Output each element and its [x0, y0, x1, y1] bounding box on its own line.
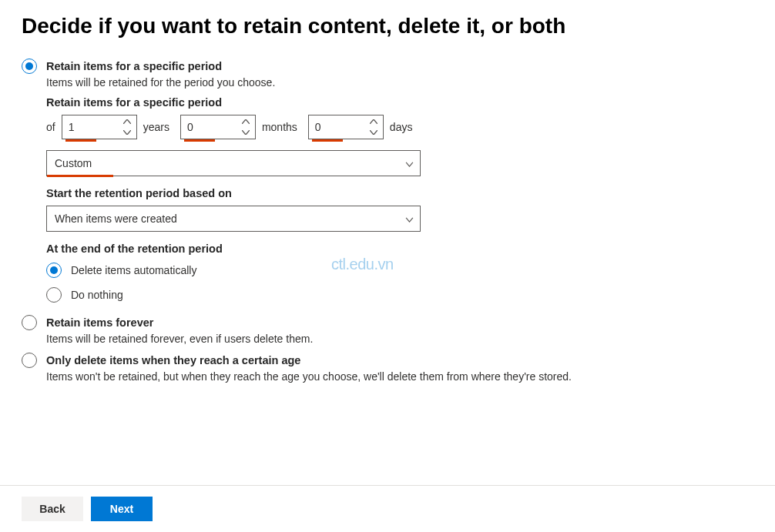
radio-do-nothing[interactable] [46, 287, 62, 303]
option-retain-forever[interactable]: Retain items forever Items will be retai… [22, 315, 753, 346]
days-error-underline [312, 139, 343, 142]
option-retain-period[interactable]: Retain items for a specific period Items… [22, 59, 753, 90]
delete-auto-label: Delete items automatically [71, 263, 196, 278]
option-retain-forever-label: Retain items forever [46, 315, 313, 330]
years-down-icon[interactable] [119, 127, 136, 138]
retain-period-settings: Retain items for a specific period of ye… [22, 96, 753, 303]
content-area: Retain items for a specific period Items… [0, 48, 775, 384]
option-retain-period-text: Retain items for a specific period Items… [46, 59, 275, 90]
years-spinner [62, 115, 137, 139]
days-down-icon[interactable] [365, 127, 382, 138]
months-label: months [262, 121, 297, 133]
next-button[interactable]: Next [91, 497, 153, 521]
back-button[interactable]: Back [22, 497, 83, 521]
option-delete-only[interactable]: Only delete items when they reach a cert… [22, 353, 753, 384]
end-label: At the end of the retention period [46, 243, 753, 255]
do-nothing-label: Do nothing [71, 287, 123, 303]
months-error-underline [184, 139, 215, 142]
days-up-icon[interactable] [365, 116, 382, 127]
option-retain-forever-desc: Items will be retained forever, even if … [46, 331, 313, 346]
option-retain-period-label: Retain items for a specific period [46, 59, 275, 74]
end-delete-auto-row[interactable]: Delete items automatically [46, 263, 753, 278]
option-retain-forever-text: Retain items forever Items will be retai… [46, 315, 313, 346]
preset-error-underline [47, 175, 113, 177]
years-up-icon[interactable] [119, 116, 136, 127]
end-options: Delete items automatically Do nothing [46, 263, 753, 303]
days-label: days [390, 121, 413, 133]
preset-dropdown-value: Custom [55, 157, 92, 169]
page-title: Decide if you want to retain content, de… [0, 0, 775, 48]
period-section-label: Retain items for a specific period [46, 96, 753, 109]
radio-delete-only[interactable] [22, 353, 37, 368]
option-retain-period-desc: Items will be retained for the period yo… [46, 75, 275, 90]
radio-retain-forever[interactable] [22, 315, 37, 330]
months-spinner [180, 115, 256, 139]
radio-retain-period[interactable] [22, 59, 37, 74]
option-delete-only-text: Only delete items when they reach a cert… [46, 353, 572, 384]
start-label: Start the retention period based on [46, 187, 753, 199]
chevron-down-icon [405, 157, 414, 169]
footer-buttons: Back Next [0, 485, 775, 532]
years-label: years [143, 121, 169, 133]
option-delete-only-desc: Items won't be retained, but when they r… [46, 369, 572, 384]
end-do-nothing-row[interactable]: Do nothing [46, 287, 753, 303]
months-up-icon[interactable] [237, 116, 254, 127]
days-spinner [308, 115, 384, 139]
period-inputs-row: of years months days [46, 115, 753, 139]
start-dropdown[interactable]: When items were created [46, 206, 421, 232]
months-down-icon[interactable] [237, 127, 254, 138]
start-dropdown-value: When items were created [55, 212, 177, 225]
preset-dropdown[interactable]: Custom [46, 150, 421, 176]
years-error-underline [65, 139, 96, 142]
chevron-down-icon [405, 212, 414, 225]
of-text: of [46, 121, 55, 133]
radio-delete-auto[interactable] [46, 263, 62, 278]
option-delete-only-label: Only delete items when they reach a cert… [46, 353, 572, 368]
